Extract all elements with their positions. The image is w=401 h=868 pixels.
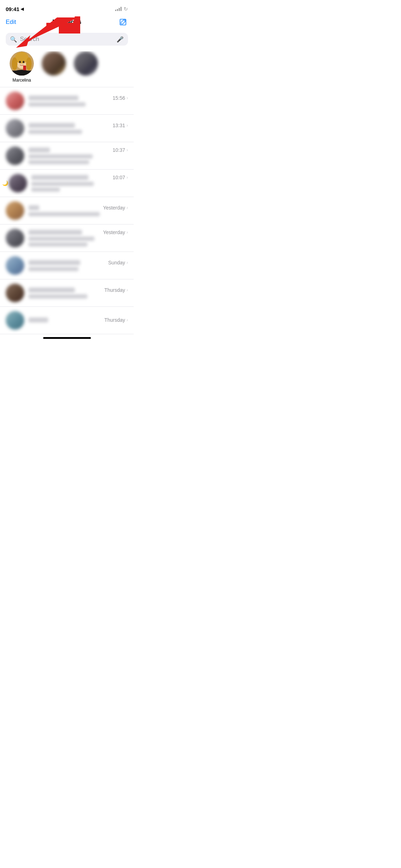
- avatar: [6, 92, 24, 110]
- contact-name-blurred: [29, 230, 82, 235]
- chevron-icon: ›: [127, 205, 128, 210]
- conversation-item[interactable]: Yesterday ›: [0, 197, 134, 224]
- avatar: [9, 174, 27, 192]
- microphone-icon[interactable]: 🎤: [117, 36, 124, 43]
- conversation-content: Yesterday ›: [29, 205, 128, 216]
- search-input[interactable]: Search: [20, 36, 114, 43]
- avatar-marcelina: [10, 51, 34, 76]
- message-preview: [29, 154, 93, 159]
- chevron-icon: ›: [127, 230, 128, 235]
- message-preview: [29, 130, 82, 134]
- status-icons: ↻: [115, 6, 128, 12]
- contact-name-blurred: [29, 260, 80, 265]
- time-label: 09:41: [6, 6, 19, 12]
- conversation-content: Thursday ›: [29, 317, 128, 324]
- page-title: Messages: [52, 19, 81, 26]
- conversation-content: 10:37 ›: [29, 147, 128, 164]
- search-bar[interactable]: 🔍 Search 🎤: [6, 33, 128, 46]
- home-indicator: [0, 334, 134, 341]
- message-preview: [31, 182, 94, 186]
- message-preview: [29, 294, 87, 299]
- conversation-content: 15:56 ›: [29, 95, 128, 107]
- conversation-time: Thursday ›: [104, 287, 128, 293]
- avatar: [6, 201, 24, 220]
- message-preview: [29, 102, 86, 107]
- chevron-icon: ›: [127, 175, 128, 180]
- message-preview: [29, 267, 78, 271]
- conversation-content: Sunday ›: [29, 260, 128, 271]
- contact-name-blurred: [29, 317, 48, 322]
- conversation-item[interactable]: 15:56 ›: [0, 87, 134, 115]
- conversation-time: Sunday ›: [108, 260, 128, 265]
- svg-point-13: [19, 61, 21, 63]
- message-preview: [29, 237, 94, 241]
- avatar: [6, 146, 24, 165]
- pinned-contact-2[interactable]: [38, 51, 70, 83]
- message-preview-2: [31, 187, 60, 192]
- conversation-time: Yesterday ›: [103, 229, 128, 235]
- compose-button[interactable]: [118, 17, 128, 27]
- svg-point-10: [26, 57, 32, 70]
- home-bar: [43, 337, 91, 339]
- conversation-time: 15:56 ›: [113, 95, 128, 101]
- avatar: [6, 311, 24, 330]
- pinned-contact-3[interactable]: [70, 51, 102, 83]
- conversation-item[interactable]: Yesterday ›: [0, 224, 134, 252]
- nav-bar: Edit Messages: [0, 16, 134, 31]
- conversation-item[interactable]: Thursday ›: [0, 279, 134, 307]
- message-preview: [29, 212, 100, 216]
- conversation-content: 10:07 ›: [31, 175, 128, 192]
- chevron-icon: ›: [127, 317, 128, 322]
- avatar: [6, 284, 24, 302]
- chevron-icon: ›: [127, 288, 128, 293]
- svg-point-9: [12, 57, 17, 70]
- pinned-contact-marcelina[interactable]: Marcelina: [6, 51, 38, 83]
- signal-icon: [115, 7, 122, 11]
- location-icon: ◀: [21, 7, 24, 11]
- conversation-time: 10:37 ›: [113, 147, 128, 153]
- chevron-icon: ›: [127, 260, 128, 265]
- contact-name-blurred: [29, 148, 50, 153]
- svg-point-14: [23, 61, 25, 63]
- edit-button[interactable]: Edit: [6, 19, 16, 26]
- avatar: [6, 256, 24, 275]
- contact-name-blurred: [31, 175, 88, 180]
- avatar: [6, 119, 24, 138]
- moon-icon: 🌙: [2, 180, 8, 186]
- chevron-icon: ›: [127, 148, 128, 153]
- conversation-time: 10:07 ›: [113, 175, 128, 180]
- contact-name-blurred: [29, 123, 75, 128]
- message-preview-2: [29, 160, 89, 164]
- chevron-icon: ›: [127, 123, 128, 128]
- avatar: [6, 229, 24, 247]
- conversation-time: Thursday ›: [104, 317, 128, 323]
- status-bar: 09:41 ◀ ↻: [0, 0, 134, 16]
- conversation-time: Yesterday ›: [103, 205, 128, 211]
- conversation-item[interactable]: 10:37 ›: [0, 142, 134, 170]
- svg-rect-15: [23, 66, 26, 70]
- conversation-time: 13:31 ›: [113, 123, 128, 128]
- avatar-contact3: [74, 51, 98, 76]
- conversation-item[interactable]: 🌙 10:07 ›: [0, 170, 134, 197]
- contact-name-blurred: [29, 95, 78, 100]
- conversation-list: 15:56 › 13:31 ›: [0, 87, 134, 334]
- contact-name-blurred: [29, 205, 39, 210]
- contact-name-marcelina: Marcelina: [12, 78, 31, 83]
- conversation-content: Yesterday ›: [29, 229, 128, 247]
- message-preview-2: [29, 242, 87, 247]
- conversation-content: 13:31 ›: [29, 123, 128, 134]
- avatar-contact2: [42, 51, 66, 76]
- search-icon: 🔍: [10, 36, 17, 43]
- chevron-icon: ›: [127, 95, 128, 100]
- status-time: 09:41 ◀: [6, 6, 24, 12]
- pinned-contacts: Marcelina: [0, 51, 134, 87]
- conversation-item[interactable]: Thursday ›: [0, 307, 134, 334]
- refresh-icon: ↻: [124, 6, 128, 12]
- conversation-item[interactable]: 13:31 ›: [0, 115, 134, 142]
- conversation-item[interactable]: Sunday ›: [0, 252, 134, 279]
- contact-name-blurred: [29, 288, 75, 293]
- conversation-content: Thursday ›: [29, 287, 128, 299]
